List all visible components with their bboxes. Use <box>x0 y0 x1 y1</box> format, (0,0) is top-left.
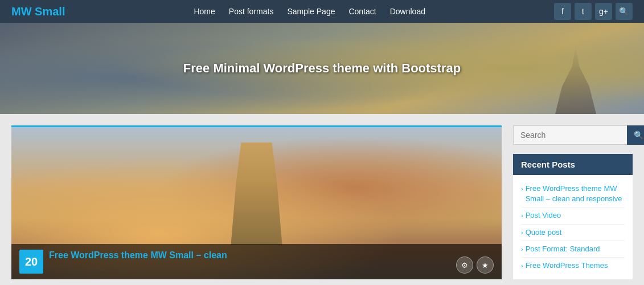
chevron-icon: › <box>521 185 523 193</box>
site-header: MW Small Home Post formats Sample Page C… <box>0 0 644 23</box>
main-posts: 20 Free WordPress theme MW Small – clean… <box>11 125 502 279</box>
recent-post-link-1[interactable]: › Free WordPress theme MW Small – clean … <box>521 184 625 204</box>
bookmark-button[interactable]: ★ <box>477 256 494 274</box>
recent-post-link-3[interactable]: › Quote post <box>521 227 625 238</box>
facebook-icon[interactable]: f <box>554 3 571 20</box>
post-date-badge: 20 <box>19 250 43 274</box>
hero-text: Free Minimal WordPress theme with Bootst… <box>172 61 472 76</box>
social-icons: f t g+ 🔍 <box>554 3 633 20</box>
nav-home[interactable]: Home <box>194 7 215 16</box>
recent-post-link-2[interactable]: › Post Video <box>521 210 625 221</box>
list-item: › Free WordPress theme MW Small – clean … <box>521 181 625 207</box>
list-item: › Post Video <box>521 207 625 224</box>
list-item: › Free WordPress Themes <box>521 258 625 274</box>
recent-posts-list: › Free WordPress theme MW Small – clean … <box>513 175 633 279</box>
twitter-icon[interactable]: t <box>575 3 592 20</box>
content-area: 20 Free WordPress theme MW Small – clean… <box>0 114 644 285</box>
post-overlay: 20 Free WordPress theme MW Small – clean <box>11 244 502 279</box>
site-title[interactable]: MW Small <box>11 5 65 18</box>
list-item: › Quote post <box>521 225 625 241</box>
list-item: › Post Format: Standard <box>521 241 625 258</box>
nav-contact[interactable]: Contact <box>348 7 376 16</box>
chevron-icon: › <box>521 211 523 220</box>
nav-post-formats[interactable]: Post formats <box>229 7 274 16</box>
recent-post-link-4[interactable]: › Post Format: Standard <box>521 244 625 254</box>
post-actions: ⚙ ★ <box>456 256 494 274</box>
post-title[interactable]: Free WordPress theme MW Small – clean <box>49 250 227 262</box>
search-button[interactable]: 🔍 <box>627 125 644 145</box>
recent-posts-header: Recent Posts <box>513 154 633 175</box>
sidebar: 🔍 Recent Posts › Free WordPress theme MW… <box>513 125 633 279</box>
post-card: 20 Free WordPress theme MW Small – clean… <box>11 125 502 279</box>
hero-banner: Free Minimal WordPress theme with Bootst… <box>0 23 644 114</box>
google-plus-icon[interactable]: g+ <box>595 3 612 20</box>
search-icon[interactable]: 🔍 <box>616 3 633 20</box>
chevron-icon: › <box>521 229 523 237</box>
search-input[interactable] <box>513 125 627 145</box>
main-nav: Home Post formats Sample Page Contact Do… <box>194 7 425 16</box>
chevron-icon: › <box>521 262 523 270</box>
nav-sample-page[interactable]: Sample Page <box>287 7 335 16</box>
search-box: 🔍 <box>513 125 633 145</box>
recent-post-link-5[interactable]: › Free WordPress Themes <box>521 260 625 271</box>
share-button[interactable]: ⚙ <box>456 256 473 274</box>
chevron-icon: › <box>521 245 523 254</box>
nav-download[interactable]: Download <box>390 7 425 16</box>
